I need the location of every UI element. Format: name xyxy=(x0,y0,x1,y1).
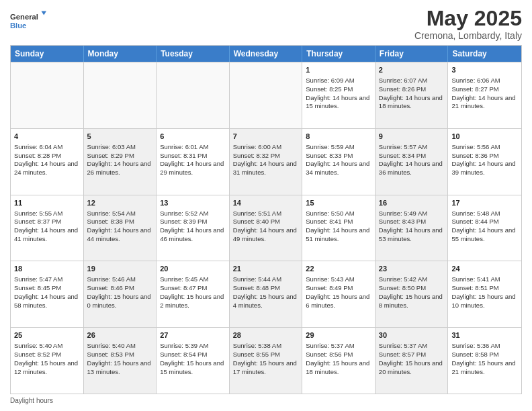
calendar-cell: 5Sunrise: 6:03 AMSunset: 8:29 PMDaylight… xyxy=(84,129,157,195)
sunrise-text: Sunrise: 5:40 AM xyxy=(87,342,136,349)
sunrise-text: Sunrise: 6:07 AM xyxy=(379,77,427,84)
sunset-text: Sunset: 8:50 PM xyxy=(379,284,426,291)
sunset-text: Sunset: 8:28 PM xyxy=(14,152,61,159)
logo-svg: General Blue xyxy=(10,7,50,34)
day-number: 19 xyxy=(87,264,153,274)
daylight-text: Daylight: 14 hours and 21 minutes. xyxy=(451,94,515,110)
calendar: SundayMondayTuesdayWednesdayThursdayFrid… xyxy=(10,45,522,394)
day-number: 1 xyxy=(306,65,371,75)
sunset-text: Sunset: 8:31 PM xyxy=(160,152,207,159)
sunset-text: Sunset: 8:33 PM xyxy=(306,152,353,159)
day-number: 4 xyxy=(14,132,80,142)
daylight-text: Daylight: 14 hours and 31 minutes. xyxy=(233,160,297,176)
calendar-cell: 28Sunrise: 5:38 AMSunset: 8:55 PMDayligh… xyxy=(230,328,303,394)
sunrise-text: Sunrise: 5:41 AM xyxy=(451,275,500,283)
calendar-cell: 8Sunrise: 5:59 AMSunset: 8:33 PMDaylight… xyxy=(302,129,375,195)
daylight-text: Daylight: 14 hours and 53 minutes. xyxy=(379,226,443,242)
sunrise-text: Sunrise: 5:40 AM xyxy=(14,342,62,349)
calendar-cell: 22Sunrise: 5:43 AMSunset: 8:49 PMDayligh… xyxy=(302,261,375,327)
calendar-cell: 10Sunrise: 5:56 AMSunset: 8:36 PMDayligh… xyxy=(448,129,521,195)
calendar-cell: 30Sunrise: 5:37 AMSunset: 8:57 PMDayligh… xyxy=(375,328,449,394)
daylight-text: Daylight: 15 hours and 18 minutes. xyxy=(306,359,369,375)
calendar-cell xyxy=(11,62,84,128)
day-number: 12 xyxy=(87,198,153,208)
calendar-week-row: 11Sunrise: 5:55 AMSunset: 8:37 PMDayligh… xyxy=(11,195,521,261)
svg-text:Blue: Blue xyxy=(10,21,26,30)
daylight-text: Daylight: 15 hours and 10 minutes. xyxy=(451,293,515,309)
calendar-cell: 6Sunrise: 6:01 AMSunset: 8:31 PMDaylight… xyxy=(157,129,230,195)
sunrise-text: Sunrise: 5:44 AM xyxy=(233,275,281,283)
day-number: 24 xyxy=(451,264,518,274)
calendar-cell: 15Sunrise: 5:50 AMSunset: 8:41 PMDayligh… xyxy=(302,195,375,261)
daylight-text: Daylight: 14 hours and 58 minutes. xyxy=(14,293,78,309)
daylight-text: Daylight: 14 hours and 36 minutes. xyxy=(379,160,443,176)
calendar-cell: 23Sunrise: 5:42 AMSunset: 8:50 PMDayligh… xyxy=(375,261,449,327)
calendar-cell: 17Sunrise: 5:48 AMSunset: 8:44 PMDayligh… xyxy=(448,195,521,261)
sunset-text: Sunset: 8:57 PM xyxy=(379,351,426,358)
calendar-week-row: 18Sunrise: 5:47 AMSunset: 8:45 PMDayligh… xyxy=(11,261,521,327)
sunrise-text: Sunrise: 5:59 AM xyxy=(306,143,354,150)
sunrise-text: Sunrise: 5:48 AM xyxy=(451,210,500,217)
day-number: 8 xyxy=(306,132,371,142)
sunrise-text: Sunrise: 5:50 AM xyxy=(306,210,354,217)
sunrise-text: Sunrise: 5:57 AM xyxy=(379,143,427,150)
calendar-header-cell: Friday xyxy=(375,46,449,62)
page: General Blue May 2025 Cremona, Lombardy,… xyxy=(0,0,532,411)
daylight-text: Daylight: 14 hours and 41 minutes. xyxy=(14,226,78,242)
daylight-label: Daylight hours xyxy=(10,397,53,404)
day-number: 17 xyxy=(451,198,518,208)
calendar-cell: 27Sunrise: 5:39 AMSunset: 8:54 PMDayligh… xyxy=(157,328,230,394)
daylight-text: Daylight: 14 hours and 44 minutes. xyxy=(87,226,151,242)
calendar-cell: 16Sunrise: 5:49 AMSunset: 8:43 PMDayligh… xyxy=(375,195,449,261)
svg-text:General: General xyxy=(10,13,38,21)
sunrise-text: Sunrise: 5:47 AM xyxy=(14,275,62,283)
daylight-text: Daylight: 14 hours and 15 minutes. xyxy=(306,94,369,110)
sunset-text: Sunset: 8:52 PM xyxy=(14,351,61,358)
calendar-header-cell: Monday xyxy=(84,46,157,62)
day-number: 5 xyxy=(87,132,153,142)
day-number: 18 xyxy=(14,264,80,274)
calendar-week-row: 25Sunrise: 5:40 AMSunset: 8:52 PMDayligh… xyxy=(11,327,521,394)
sunset-text: Sunset: 8:27 PM xyxy=(451,85,498,93)
sunset-text: Sunset: 8:32 PM xyxy=(233,152,280,159)
day-number: 27 xyxy=(160,330,226,340)
location: Cremona, Lombardy, Italy xyxy=(414,30,522,41)
sunrise-text: Sunrise: 6:04 AM xyxy=(14,143,62,150)
sunrise-text: Sunrise: 5:52 AM xyxy=(160,210,208,217)
daylight-text: Daylight: 14 hours and 39 minutes. xyxy=(451,160,515,176)
sunrise-text: Sunrise: 5:54 AM xyxy=(87,210,136,217)
sunset-text: Sunset: 8:43 PM xyxy=(379,218,426,225)
daylight-text: Daylight: 15 hours and 13 minutes. xyxy=(87,359,151,375)
daylight-text: Daylight: 15 hours and 12 minutes. xyxy=(14,359,78,375)
title-block: May 2025 Cremona, Lombardy, Italy xyxy=(414,7,522,41)
header: General Blue May 2025 Cremona, Lombardy,… xyxy=(10,7,522,41)
sunset-text: Sunset: 8:40 PM xyxy=(233,218,280,225)
footer-note: Daylight hours xyxy=(10,397,522,404)
day-number: 7 xyxy=(233,132,299,142)
sunrise-text: Sunrise: 6:00 AM xyxy=(233,143,281,150)
calendar-cell: 20Sunrise: 5:45 AMSunset: 8:47 PMDayligh… xyxy=(157,261,230,327)
logo: General Blue xyxy=(10,7,50,34)
calendar-cell: 1Sunrise: 6:09 AMSunset: 8:25 PMDaylight… xyxy=(302,62,375,128)
day-number: 25 xyxy=(14,330,80,340)
calendar-week-row: 4Sunrise: 6:04 AMSunset: 8:28 PMDaylight… xyxy=(11,128,521,195)
calendar-header-cell: Thursday xyxy=(302,46,375,62)
sunset-text: Sunset: 8:34 PM xyxy=(379,152,426,159)
sunset-text: Sunset: 8:25 PM xyxy=(306,85,353,93)
daylight-text: Daylight: 15 hours and 8 minutes. xyxy=(379,293,443,309)
sunset-text: Sunset: 8:51 PM xyxy=(451,284,498,291)
sunrise-text: Sunrise: 5:49 AM xyxy=(379,210,427,217)
day-number: 29 xyxy=(306,330,371,340)
sunrise-text: Sunrise: 5:36 AM xyxy=(451,342,500,349)
calendar-cell: 14Sunrise: 5:51 AMSunset: 8:40 PMDayligh… xyxy=(230,195,303,261)
sunset-text: Sunset: 8:45 PM xyxy=(14,284,61,291)
daylight-text: Daylight: 15 hours and 4 minutes. xyxy=(233,293,297,309)
daylight-text: Daylight: 14 hours and 34 minutes. xyxy=(306,160,369,176)
sunrise-text: Sunrise: 5:37 AM xyxy=(306,342,354,349)
calendar-header-cell: Saturday xyxy=(448,46,521,62)
sunrise-text: Sunrise: 6:09 AM xyxy=(306,77,354,84)
sunset-text: Sunset: 8:39 PM xyxy=(160,218,207,225)
day-number: 31 xyxy=(451,330,518,340)
calendar-cell: 31Sunrise: 5:36 AMSunset: 8:58 PMDayligh… xyxy=(448,328,521,394)
calendar-header-cell: Wednesday xyxy=(230,46,303,62)
